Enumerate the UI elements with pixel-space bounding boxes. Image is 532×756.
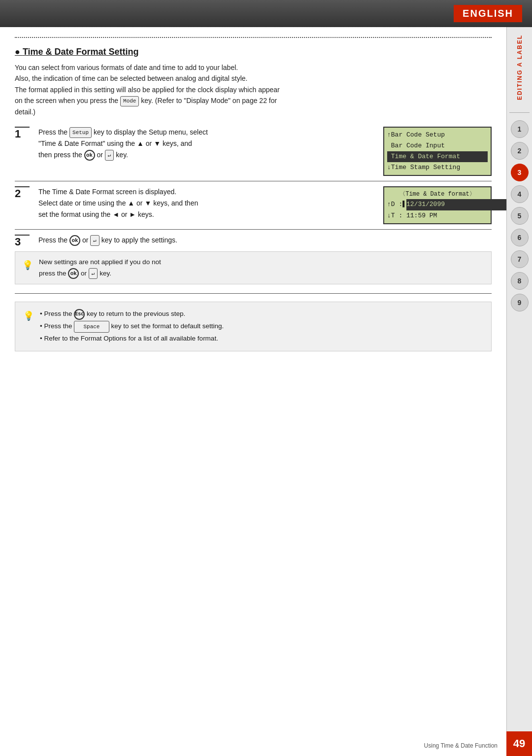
space-key: Space [74, 321, 109, 333]
lcd-row-3: Time & Date Format [387, 151, 488, 162]
lcd-row-2-2: ↓T : 11:59 PM [387, 210, 488, 221]
tab-5[interactable]: 5 [511, 207, 529, 225]
tab-6[interactable]: 6 [511, 229, 529, 246]
main-content: ● Time & Date Format Setting You can sel… [0, 27, 506, 756]
sidebar-label: EDITING A LABEL [516, 34, 523, 100]
return-key-tip: ↵ [89, 268, 98, 279]
intro-line-4: on the screen when you press the Mode ke… [15, 97, 277, 104]
lcd-screen-1: ↑Bar Code Setup Bar Code Input Time & Da… [383, 127, 492, 176]
intro-line-3: The format applied in this setting will … [15, 86, 280, 94]
language-badge: ENGLISH [454, 5, 522, 22]
setup-key: Setup [69, 127, 92, 138]
bullet-dot: ● [15, 47, 23, 57]
page-number: 49 [506, 731, 532, 756]
intro-line-5: detail.) [15, 108, 35, 116]
tab-9[interactable]: 9 [511, 294, 529, 311]
ok-key-1: ok [84, 150, 95, 161]
tab-4[interactable]: 4 [511, 185, 529, 203]
top-dotted-divider [15, 37, 492, 38]
step-3-number: 3 [15, 235, 30, 247]
step-2-row: 2 The Time & Date Format screen is displ… [15, 186, 492, 230]
step-2-content: The Time & Date Format screen is display… [38, 186, 374, 220]
note-text: • Press the Esc key to return to the pre… [40, 308, 224, 345]
step-3-section: 3 Press the ok or ↵ key to apply the set… [15, 235, 492, 294]
lcd-row-1: ↑Bar Code Setup [387, 130, 488, 140]
lcd-title-2: 〈Time & Date format〉 [387, 189, 488, 199]
return-key-1: ↵ [105, 150, 114, 161]
ok-key-3: ok [69, 235, 80, 246]
step-1-number: 1 [15, 127, 30, 139]
step-2-number: 2 [15, 186, 30, 199]
step-3-tip: 💡 New settings are not applied if you do… [15, 251, 492, 285]
tab-1[interactable]: 1 [511, 120, 529, 138]
step-1-row: 1 Press the Setup key to display the Set… [15, 127, 492, 181]
step-3-content: Press the ok or ↵ key to apply the setti… [38, 235, 492, 246]
chapter-tabs: 1 2 3 4 5 6 7 8 9 [511, 120, 529, 311]
step-1-content: Press the Setup key to display the Setup… [38, 127, 374, 161]
top-header: ENGLISH [0, 0, 532, 27]
step-2-screen: 〈Time & Date format〉 ↑D :▌12/31/2099 ↓T … [383, 186, 492, 224]
note-bulb-icon: 💡 [23, 308, 35, 324]
tip-text: New settings are not applied if you do n… [39, 257, 161, 279]
right-sidebar: EDITING A LABEL 1 2 3 4 5 6 7 8 9 [506, 27, 532, 756]
sidebar-divider [509, 112, 530, 113]
tab-8[interactable]: 8 [511, 272, 529, 290]
tab-3[interactable]: 3 [511, 164, 529, 181]
intro-line-2: Also, the indication of time can be sele… [15, 74, 247, 82]
ok-key-tip: ok [68, 268, 79, 279]
intro-line-1: You can select from various formats of d… [15, 64, 238, 71]
return-key-3: ↵ [90, 235, 100, 246]
tab-7[interactable]: 7 [511, 250, 529, 268]
lcd-row-2-1: ↑D :▌12/31/2099 [387, 199, 488, 210]
step-3-row: 3 Press the ok or ↵ key to apply the set… [15, 235, 492, 247]
tab-2[interactable]: 2 [511, 142, 529, 160]
step-1-screen: ↑Bar Code Setup Bar Code Input Time & Da… [383, 127, 492, 176]
bottom-notes: 💡 • Press the Esc key to return to the p… [15, 302, 492, 351]
mode-key: Mode [120, 96, 139, 107]
lcd-highlight-2: 12/31/2099 [406, 199, 506, 210]
lcd-screen-2: 〈Time & Date format〉 ↑D :▌12/31/2099 ↓T … [383, 186, 492, 224]
intro-paragraph: You can select from various formats of d… [15, 62, 492, 118]
tip-bulb-icon: 💡 [22, 258, 34, 273]
section-title: ● Time & Date Format Setting [15, 47, 492, 57]
lcd-highlight-1: Time & Date Format [387, 151, 488, 162]
lcd-row-2: Bar Code Input [387, 140, 488, 151]
esc-key: Esc [74, 309, 85, 320]
lcd-row-4: ↓Time Stamp Setting [387, 162, 488, 173]
